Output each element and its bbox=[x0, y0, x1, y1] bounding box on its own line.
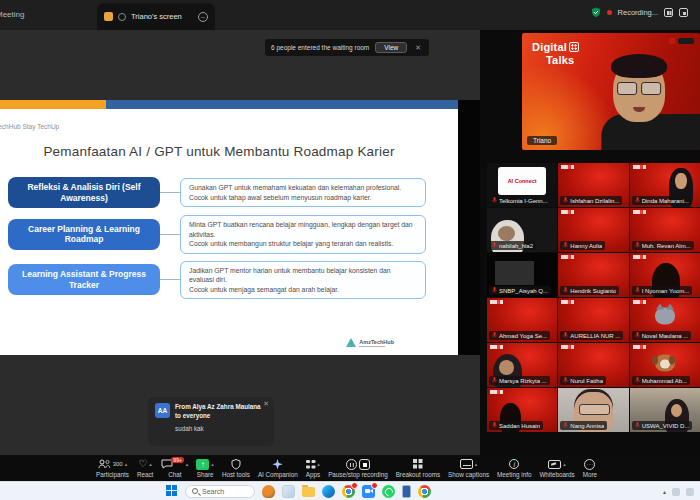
chat-notification-toast[interactable]: ✕ AA From Alya Az Zahra Maulana to every… bbox=[148, 397, 274, 446]
participant-tile[interactable]: SNBP_Aisyah Q... bbox=[487, 253, 557, 297]
chevron-up-icon: ▴ bbox=[317, 461, 320, 467]
slide-row: Career Planning & Learning Roadmap Minta… bbox=[8, 215, 426, 254]
host-tools-button[interactable]: Host tools bbox=[222, 458, 250, 478]
stop-recording-icon[interactable] bbox=[679, 8, 688, 17]
muted-mic-icon bbox=[492, 197, 497, 204]
participant-tile[interactable]: AURELLIA NUR ... bbox=[558, 298, 628, 342]
info-icon: i bbox=[509, 459, 519, 469]
participant-tile[interactable]: Hendrik Sugianto bbox=[558, 253, 628, 297]
show-captions-button[interactable]: ▴ Show captions bbox=[448, 458, 489, 478]
breakout-rooms-icon bbox=[413, 459, 423, 469]
start-button[interactable] bbox=[166, 485, 178, 497]
gallery-icon[interactable] bbox=[282, 485, 295, 498]
ai-companion-button[interactable]: AI Companion bbox=[258, 458, 298, 478]
digital-talks-logo: Digital Talks bbox=[532, 41, 579, 66]
search-input[interactable]: Search bbox=[185, 485, 255, 498]
digitaltalks-mini-logo bbox=[561, 300, 574, 304]
chevron-up-icon: ▴ bbox=[211, 461, 214, 467]
chat-badge: 99+ bbox=[171, 457, 183, 463]
speaker-face bbox=[613, 60, 665, 122]
muted-mic-icon bbox=[563, 242, 568, 249]
phone-link-icon[interactable] bbox=[402, 485, 411, 498]
slide-accent-orange bbox=[0, 100, 106, 109]
participant-tile[interactable]: Marsya Rizkyta ... bbox=[487, 343, 557, 387]
digitaltalks-mini-logo bbox=[633, 345, 646, 349]
recording-status: Recording... bbox=[618, 8, 658, 17]
digitaltalks-mini-logo bbox=[561, 165, 574, 169]
participant-tile[interactable]: Noval Maulana ... bbox=[630, 298, 700, 342]
whiteboard-icon bbox=[548, 460, 561, 469]
muted-mic-icon bbox=[492, 377, 497, 384]
edge-browser-icon[interactable] bbox=[322, 485, 335, 498]
security-shield-icon[interactable] bbox=[591, 7, 601, 18]
muted-mic-icon bbox=[635, 332, 640, 339]
muted-mic-icon bbox=[563, 197, 568, 204]
participant-tile[interactable]: Saddan Husain bbox=[487, 388, 557, 432]
participant-tile[interactable]: nabilah_hla2 bbox=[487, 208, 557, 252]
participant-tile[interactable]: USWA_VIVID D... bbox=[630, 388, 700, 432]
connector-line bbox=[160, 234, 180, 235]
triangle-logo-icon bbox=[346, 338, 356, 347]
participant-tile[interactable]: Muh. Revan Alm... bbox=[630, 208, 700, 252]
participants-button[interactable]: 300▴ Participants bbox=[96, 458, 129, 478]
tray-overflow-icon[interactable]: ▴ bbox=[663, 488, 666, 495]
slide-title: Pemanfaatan AI / GPT untuk Membantu Road… bbox=[0, 144, 438, 159]
react-button[interactable]: ♡▴ React bbox=[137, 458, 153, 478]
participant-tile[interactable]: Hanny Aulia bbox=[558, 208, 628, 252]
windows-taskbar: Search ▴ bbox=[0, 481, 700, 500]
slide-row: Learning Assistant & Progress Tracker Ja… bbox=[8, 261, 426, 300]
muted-mic-icon bbox=[492, 332, 497, 339]
participant-tile[interactable]: Nurul Fatiha bbox=[558, 343, 628, 387]
participants-icon bbox=[98, 459, 111, 469]
waiting-room-view-button[interactable]: View bbox=[375, 42, 407, 53]
connector-line bbox=[160, 279, 180, 280]
more-button[interactable]: ··· More bbox=[583, 458, 597, 478]
camera-icon bbox=[118, 13, 126, 21]
video-panel: Digital Talks Triano AI Connect Telkomia… bbox=[480, 30, 700, 455]
connector-line bbox=[160, 192, 180, 193]
toast-close-icon[interactable]: ✕ bbox=[263, 400, 269, 408]
badge-icon bbox=[669, 38, 675, 44]
share-button[interactable]: ↑▴ Share bbox=[196, 458, 214, 478]
logo-grid-icon bbox=[569, 42, 579, 52]
participant-tile[interactable]: Ishfahan Dzilalin... bbox=[558, 163, 628, 207]
waiting-room-text: 6 people entered the waiting room bbox=[271, 44, 369, 51]
pause-stop-recording-button[interactable]: Pause/stop recording bbox=[328, 458, 388, 478]
zoom-app-icon[interactable] bbox=[362, 485, 375, 498]
window-title: Meeting bbox=[0, 10, 24, 19]
whiteboards-button[interactable]: ▴ Whiteboards bbox=[539, 458, 574, 478]
slide-topic-pill: Learning Assistant & Progress Tracker bbox=[8, 264, 160, 295]
ai-connect-card: AI Connect bbox=[498, 167, 546, 194]
meeting-info-button[interactable]: i Meeting info bbox=[497, 458, 531, 478]
tray-icon[interactable] bbox=[672, 488, 680, 496]
stop-share-icon[interactable]: – bbox=[198, 12, 208, 22]
speaker-video-tile[interactable]: Digital Talks Triano bbox=[522, 33, 700, 150]
widgets-icon[interactable] bbox=[262, 485, 275, 498]
apps-button[interactable]: ▴ Apps bbox=[306, 458, 320, 478]
participant-tile[interactable]: Dinda Maharani... bbox=[630, 163, 700, 207]
cat-avatar bbox=[655, 308, 675, 325]
digitaltalks-mini-logo bbox=[490, 345, 503, 349]
participant-tile[interactable]: Muhammad Ab... bbox=[630, 343, 700, 387]
chrome-browser-icon[interactable] bbox=[342, 485, 355, 498]
muted-mic-icon bbox=[563, 377, 568, 384]
waiting-room-close-icon[interactable]: ✕ bbox=[413, 44, 423, 52]
breakout-rooms-button[interactable]: Breakout rooms bbox=[396, 458, 440, 478]
digitaltalks-mini-logo bbox=[561, 210, 574, 214]
toast-message: sudah kak bbox=[175, 425, 267, 432]
chat-button[interactable]: 99+▴ Chat bbox=[161, 458, 188, 478]
muted-mic-icon bbox=[563, 332, 568, 339]
participant-tile[interactable]: I Nyoman Yuom... bbox=[630, 253, 700, 297]
dog-avatar bbox=[655, 354, 675, 371]
tray-icon[interactable] bbox=[686, 488, 694, 496]
tab-trianos-screen[interactable]: Triano's screen – bbox=[97, 3, 215, 30]
file-explorer-icon[interactable] bbox=[302, 487, 315, 497]
pause-recording-icon[interactable] bbox=[664, 8, 673, 17]
muted-mic-icon bbox=[635, 287, 640, 294]
whatsapp-icon[interactable] bbox=[382, 485, 395, 498]
participant-tile[interactable]: Ahmad Yoga Se... bbox=[487, 298, 557, 342]
participant-tile[interactable]: Nang Annisa bbox=[558, 388, 628, 432]
chevron-up-icon: ▴ bbox=[475, 461, 478, 467]
participant-tile[interactable]: AI Connect Telkomia I-Genn... bbox=[487, 163, 557, 207]
chrome-profile-icon[interactable] bbox=[418, 485, 431, 498]
